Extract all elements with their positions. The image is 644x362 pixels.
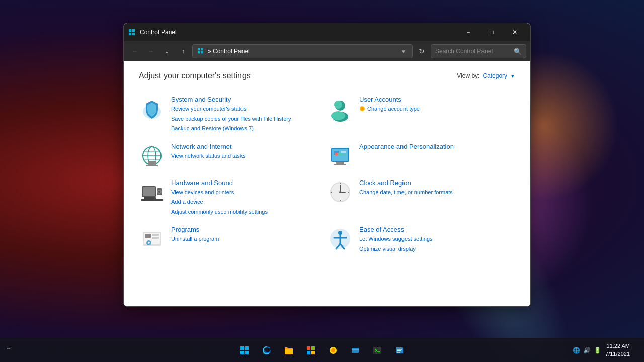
svg-rect-32 [143,187,155,196]
view-by-value[interactable]: Category [482,72,507,79]
content-header: Adjust your computer's settings View by:… [139,71,515,80]
window-title: Control Panel [140,29,457,36]
address-chevron-icon[interactable]: ▼ [399,49,408,54]
hardware-sound-content: Hardware and Sound View devices and prin… [171,179,268,216]
clock-region-content: Clock and Region Change date, time, or n… [359,179,453,197]
breadcrumb: » Control Panel [208,48,396,55]
volume-icon: 🔊 [583,347,591,354]
system-security-content: System and Security Review your computer… [171,96,291,133]
system-security-link-2[interactable]: Backup and Restore (Windows 7) [171,124,291,133]
edge-taskbar-button[interactable] [257,340,277,360]
network-internet-title[interactable]: Network and Internet [171,143,246,150]
clock-region-title[interactable]: Clock and Region [359,179,453,187]
taskbar: ⌃ [0,338,644,362]
clock-region-icon [327,179,353,205]
svg-rect-78 [397,350,401,351]
programs-title[interactable]: Programs [171,226,219,233]
address-icon [197,47,205,55]
show-desktop-button[interactable] [634,340,638,360]
ease-of-access-link-1[interactable]: Optimize visual display [359,245,433,253]
taskbar-center [234,340,410,360]
start-button[interactable] [234,340,255,360]
view-by-chevron-icon[interactable]: ▼ [510,73,515,79]
svg-point-11 [334,101,342,109]
maximize-button[interactable]: □ [480,23,503,41]
svg-rect-20 [148,161,156,165]
network-internet-icon [139,143,165,169]
control-panel-window: Control Panel − □ ✕ ← → ⌄ ↑ » Control Pa… [123,23,531,307]
user-accounts-icon [327,96,353,122]
system-security-icon [139,96,165,122]
title-bar: Control Panel − □ ✕ [124,23,530,41]
view-by-label: View by: [457,72,479,79]
programs-content: Programs Uninstall a program [171,226,219,243]
svg-point-12 [331,111,345,120]
svg-rect-64 [245,351,249,354]
hardware-sound-link-2[interactable]: Adjust commonly used mobility settings [171,208,268,216]
svg-point-35 [158,191,160,193]
window-icon [128,28,136,36]
store-taskbar-button[interactable] [301,340,321,360]
taskbar-right: 🌐 🔊 🔋 11:22 AM 7/11/2021 [573,340,644,360]
category-appearance: Appearance and Personalization [327,138,515,174]
system-security-link-0[interactable]: Review your computer's status [171,105,291,113]
search-icon[interactable]: 🔍 [514,48,522,55]
network-icon: 🌐 [573,347,580,354]
svg-rect-50 [152,234,159,236]
svg-rect-6 [198,51,200,53]
network-internet-link-0[interactable]: View network status and tasks [171,152,246,160]
app5-taskbar-button[interactable] [323,340,343,360]
svg-rect-27 [336,162,344,164]
ease-of-access-title[interactable]: Ease of Access [359,226,433,233]
appearance-icon [327,143,353,169]
svg-rect-63 [240,351,244,354]
svg-rect-1 [132,29,135,32]
category-ease-of-access: Ease of Access Let Windows suggest setti… [327,221,515,258]
svg-rect-51 [152,237,159,239]
app6-taskbar-button[interactable] [345,340,365,360]
svg-rect-28 [334,164,346,165]
svg-rect-77 [397,349,402,350]
category-system-security: System and Security Review your computer… [139,90,327,138]
appearance-title[interactable]: Appearance and Personalization [359,143,454,150]
close-button[interactable]: ✕ [503,23,526,41]
ease-of-access-content: Ease of Access Let Windows suggest setti… [359,226,433,253]
search-field[interactable]: Search Control Panel 🔍 [431,44,526,58]
system-tray-chevron[interactable]: ⌃ [4,346,13,354]
address-field[interactable]: » Control Panel ▼ [192,44,413,58]
terminal-taskbar-button[interactable] [367,340,387,360]
clock-time: 11:22 AM [607,342,630,350]
hardware-sound-link-0[interactable]: View devices and printers [171,188,268,197]
back-button[interactable]: ← [128,44,142,58]
content-area: Adjust your computer's settings View by:… [124,61,530,306]
dropdown-button[interactable]: ⌄ [160,44,174,58]
programs-link-0[interactable]: Uninstall a program [171,235,219,243]
category-programs: Programs Uninstall a program [139,221,327,258]
svg-rect-0 [129,29,131,32]
svg-rect-5 [201,48,203,50]
clock-region-link-0[interactable]: Change date, time, or number formats [359,188,453,197]
svg-rect-29 [335,153,338,155]
system-security-link-1[interactable]: Save backup copies of your files with Fi… [171,115,291,123]
clock-date: 7/11/2021 [605,350,630,358]
address-bar: ← → ⌄ ↑ » Control Panel ▼ ↻ Search Contr… [124,41,530,61]
system-security-title[interactable]: System and Security [171,96,291,103]
hardware-sound-link-1[interactable]: Add a device [171,198,268,206]
taskbar-clock[interactable]: 11:22 AM 7/11/2021 [605,342,630,358]
app8-taskbar-button[interactable] [389,340,410,360]
taskbar-left: ⌃ [0,346,13,354]
up-button[interactable]: ↑ [176,44,190,58]
minimize-button[interactable]: − [457,23,480,41]
ease-of-access-link-0[interactable]: Let Windows suggest settings [359,235,433,243]
user-accounts-title[interactable]: User Accounts [359,96,420,103]
hardware-sound-title[interactable]: Hardware and Sound [171,179,268,187]
forward-button[interactable]: → [144,44,158,58]
svg-rect-25 [341,151,346,153]
appearance-content: Appearance and Personalization [359,143,454,150]
refresh-button[interactable]: ↻ [415,44,429,58]
window-controls: − □ ✕ [457,23,526,41]
user-accounts-link-0[interactable]: Change account type [367,105,420,113]
file-explorer-taskbar-button[interactable] [279,340,299,360]
network-internet-content: Network and Internet View network status… [171,143,246,160]
programs-icon [139,226,165,252]
